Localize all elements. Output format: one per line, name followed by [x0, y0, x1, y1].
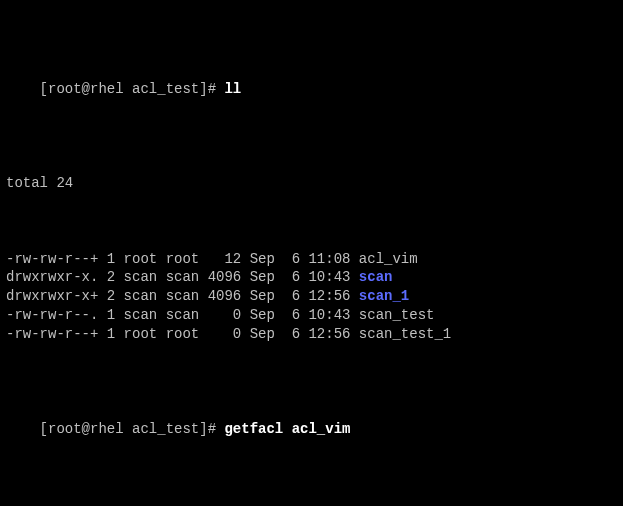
- command-getfacl: getfacl acl_vim: [224, 421, 350, 437]
- command-ll: ll: [224, 81, 241, 97]
- ls-name: acl_vim: [359, 251, 418, 267]
- ls-row: drwxrwxr-x. 2 scan scan 4096 Sep 6 10:43…: [6, 268, 617, 287]
- prompt: [root@rhel acl_test]#: [40, 421, 225, 437]
- ls-row: -rw-rw-r--+ 1 root root 12 Sep 6 11:08 a…: [6, 250, 617, 269]
- ls-name: scan: [359, 269, 393, 285]
- total-line: total 24: [6, 174, 617, 193]
- ls-name: scan_test_1: [359, 326, 451, 342]
- ls-perm: -rw-rw-r--+ 1 root root 0 Sep 6 12:56: [6, 326, 359, 342]
- ls-perm: drwxrwxr-x. 2 scan scan 4096 Sep 6 10:43: [6, 269, 359, 285]
- ls-perm: -rw-rw-r--. 1 scan scan 0 Sep 6 10:43: [6, 307, 359, 323]
- ls-perm: -rw-rw-r--+ 1 root root 12 Sep 6 11:08: [6, 251, 359, 267]
- prompt: [root@rhel acl_test]#: [40, 81, 225, 97]
- ls-perm: drwxrwxr-x+ 2 scan scan 4096 Sep 6 12:56: [6, 288, 359, 304]
- ls-row: drwxrwxr-x+ 2 scan scan 4096 Sep 6 12:56…: [6, 287, 617, 306]
- terminal[interactable]: [root@rhel acl_test]# ll total 24 -rw-rw…: [0, 0, 623, 506]
- ls-name: scan_1: [359, 288, 409, 304]
- ls-name: scan_test: [359, 307, 435, 323]
- ls-row: -rw-rw-r--. 1 scan scan 0 Sep 6 10:43 sc…: [6, 306, 617, 325]
- ls-row: -rw-rw-r--+ 1 root root 0 Sep 6 12:56 sc…: [6, 325, 617, 344]
